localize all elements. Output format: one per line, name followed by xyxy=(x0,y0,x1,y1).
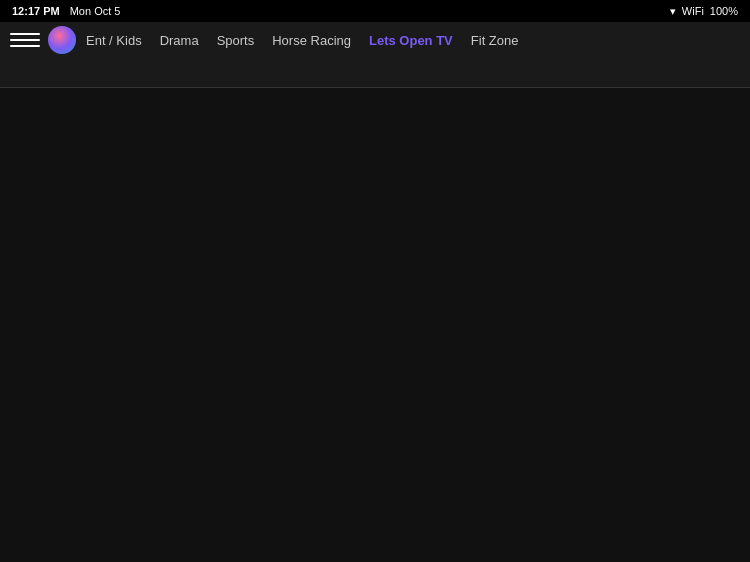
status-right: ▾ WiFi 100% xyxy=(670,5,738,18)
nav-item-ent-kids[interactable]: Ent / Kids xyxy=(86,33,142,48)
battery-label: 100% xyxy=(710,5,738,17)
hamburger-menu[interactable] xyxy=(10,33,40,47)
nav-item-sports[interactable]: Sports xyxy=(217,33,255,48)
wifi-label: WiFi xyxy=(682,5,704,17)
nav-items: Ent / KidsDramaSportsHorse RacingLets Op… xyxy=(86,33,740,48)
nav-item-fit-zone[interactable]: Fit Zone xyxy=(471,33,519,48)
wifi-icon: ▾ xyxy=(670,5,676,18)
status-bar: 12:17 PM Mon Oct 5 ▾ WiFi 100% xyxy=(0,0,750,22)
status-time: 12:17 PM xyxy=(12,5,60,17)
app-logo xyxy=(48,26,76,54)
nav-item-drama[interactable]: Drama xyxy=(160,33,199,48)
status-date: Mon Oct 5 xyxy=(70,5,121,17)
sub-tabs xyxy=(0,58,750,88)
nav-item-lets-open-tv[interactable]: Lets Open TV xyxy=(369,33,453,48)
content-grid xyxy=(0,88,750,562)
nav-item-horse-racing[interactable]: Horse Racing xyxy=(272,33,351,48)
top-nav: Ent / KidsDramaSportsHorse RacingLets Op… xyxy=(0,22,750,58)
